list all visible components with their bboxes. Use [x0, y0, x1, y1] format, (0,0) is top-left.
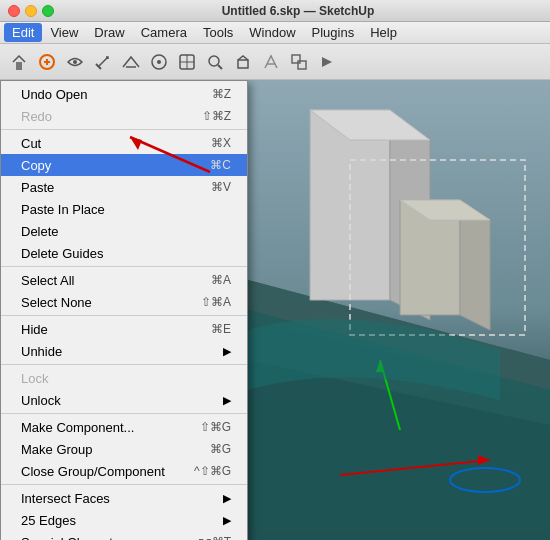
toolbar-icon-4[interactable] [90, 49, 116, 75]
menu-draw[interactable]: Draw [86, 23, 132, 42]
toolbar-icon-12[interactable] [314, 49, 340, 75]
toolbar-icon-2[interactable] [34, 49, 60, 75]
lock-section: Lock Unlock ▶ [1, 365, 247, 414]
hide-item[interactable]: Hide ⌘E [1, 318, 247, 340]
svg-point-4 [157, 60, 161, 64]
toolbar-icon-8[interactable] [202, 49, 228, 75]
toolbar-icon-3[interactable] [62, 49, 88, 75]
menu-tools[interactable]: Tools [195, 23, 241, 42]
menu-view[interactable]: View [42, 23, 86, 42]
select-none-item[interactable]: Select None ⇧⌘A [1, 291, 247, 313]
menu-camera[interactable]: Camera [133, 23, 195, 42]
main-content: Undo Open ⌘Z Redo ⇧⌘Z Cut ⌘X Copy ⌘C [0, 80, 550, 540]
delete-guides-item[interactable]: Delete Guides [1, 242, 247, 264]
title-bar: Untitled 6.skp — SketchUp [0, 0, 550, 22]
paste-in-place-item[interactable]: Paste In Place [1, 198, 247, 220]
visibility-section: Hide ⌘E Unhide ▶ [1, 316, 247, 365]
delete-item[interactable]: Delete [1, 220, 247, 242]
close-group-item[interactable]: Close Group/Component ^⇧⌘G [1, 460, 247, 482]
minimize-button[interactable] [25, 5, 37, 17]
select-section: Select All ⌘A Select None ⇧⌘A [1, 267, 247, 316]
svg-rect-10 [298, 61, 306, 69]
svg-rect-0 [16, 62, 22, 70]
copy-item[interactable]: Copy ⌘C [1, 154, 247, 176]
svg-rect-9 [292, 55, 300, 63]
unhide-item[interactable]: Unhide ▶ [1, 340, 247, 362]
group-section: Make Component... ⇧⌘G Make Group ⌘G Clos… [1, 414, 247, 485]
window-title: Untitled 6.skp — SketchUp [54, 4, 542, 18]
toolbar-icon-5[interactable] [118, 49, 144, 75]
make-component-item[interactable]: Make Component... ⇧⌘G [1, 416, 247, 438]
toolbar-icon-10[interactable] [258, 49, 284, 75]
clipboard-section: Cut ⌘X Copy ⌘C Paste ⌘V Paste In Place D… [1, 130, 247, 267]
svg-line-7 [218, 65, 222, 69]
maximize-button[interactable] [42, 5, 54, 17]
toolbar-icon-9[interactable] [230, 49, 256, 75]
menu-help[interactable]: Help [362, 23, 405, 42]
edges-item[interactable]: 25 Edges ▶ [1, 509, 247, 531]
undo-redo-section: Undo Open ⌘Z Redo ⇧⌘Z [1, 81, 247, 130]
menu-plugins[interactable]: Plugins [304, 23, 363, 42]
toolbar-icon-6[interactable] [146, 49, 172, 75]
menu-bar: Edit View Draw Camera Tools Window Plugi… [0, 22, 550, 44]
menu-window[interactable]: Window [241, 23, 303, 42]
lock-item: Lock [1, 367, 247, 389]
toolbar-icon-7[interactable] [174, 49, 200, 75]
toolbar [0, 44, 550, 80]
svg-point-2 [73, 60, 77, 64]
edit-dropdown-menu: Undo Open ⌘Z Redo ⇧⌘Z Cut ⌘X Copy ⌘C [0, 80, 248, 540]
close-button[interactable] [8, 5, 20, 17]
svg-point-6 [209, 56, 219, 66]
select-all-item[interactable]: Select All ⌘A [1, 269, 247, 291]
toolbar-icon-1[interactable] [6, 49, 32, 75]
intersect-faces-item[interactable]: Intersect Faces ▶ [1, 487, 247, 509]
redo-item: Redo ⇧⌘Z [1, 105, 247, 127]
undo-item[interactable]: Undo Open ⌘Z [1, 83, 247, 105]
viewport[interactable]: Undo Open ⌘Z Redo ⇧⌘Z Cut ⌘X Copy ⌘C [0, 80, 550, 540]
svg-rect-8 [238, 60, 248, 68]
window-controls[interactable] [8, 5, 54, 17]
unlock-item[interactable]: Unlock ▶ [1, 389, 247, 411]
cut-item[interactable]: Cut ⌘X [1, 132, 247, 154]
paste-item[interactable]: Paste ⌘V [1, 176, 247, 198]
special-characters-item[interactable]: Special Characters... ⌥⌘T [1, 531, 247, 540]
intersect-section: Intersect Faces ▶ 25 Edges ▶ Special Cha… [1, 485, 247, 540]
make-group-item[interactable]: Make Group ⌘G [1, 438, 247, 460]
menu-edit[interactable]: Edit [4, 23, 42, 42]
toolbar-icon-11[interactable] [286, 49, 312, 75]
